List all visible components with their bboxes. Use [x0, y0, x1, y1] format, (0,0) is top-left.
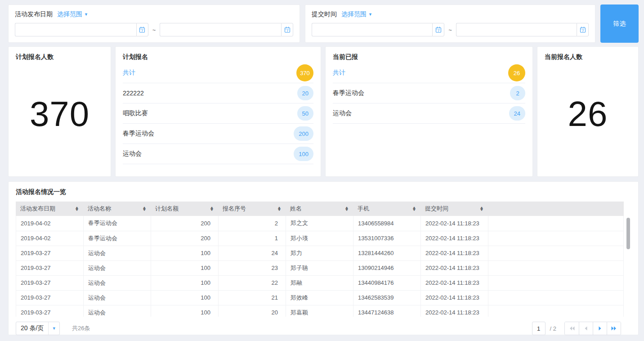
filter-bar: 活动发布日期 选择范围 ▼ 7 ~ — [8, 4, 639, 43]
count-badge: 2 — [510, 86, 525, 100]
prev-page-icon[interactable] — [579, 322, 593, 335]
date-range-separator: ~ — [448, 27, 452, 33]
column-header-activity-name[interactable]: 活动名称▲▼ — [83, 202, 151, 216]
calendar-icon[interactable]: 7 — [577, 23, 589, 36]
list-item-label: 运动会 — [333, 109, 352, 117]
first-page-icon[interactable] — [565, 322, 579, 335]
count-badge: 20 — [297, 86, 313, 100]
list-item: 春季运动会 200 — [123, 124, 313, 144]
current-count-card: 当前报名人数 26 — [537, 46, 639, 177]
count-badge: 24 — [509, 106, 525, 121]
total-badge: 370 — [296, 64, 313, 81]
planned-count-value: 370 — [9, 94, 111, 135]
list-item: 共计 370 — [123, 63, 313, 83]
planned-count-card: 计划报名人数 370 — [8, 46, 111, 177]
publish-date-range-link[interactable]: 选择范围 — [57, 10, 82, 18]
sort-icon[interactable]: ▲▼ — [277, 206, 281, 211]
count-badge: 100 — [294, 147, 313, 161]
list-item: 运动会 24 — [333, 103, 525, 124]
submit-time-range-link[interactable]: 选择范围 — [341, 10, 367, 18]
submit-time-end-input[interactable] — [456, 23, 577, 36]
column-header-signup-number[interactable]: 报名序号▲▼ — [218, 202, 286, 216]
table-row[interactable]: 2019-04-02春季运动会 2002 郑之文13406558984 2022… — [16, 216, 624, 231]
table-scrollbar[interactable] — [626, 217, 630, 316]
column-header-publish-date[interactable]: 活动发布日期▲▼ — [16, 202, 83, 216]
publish-date-end-input[interactable] — [160, 23, 281, 36]
table-title: 活动报名情况一览 — [16, 188, 631, 196]
table-body-clip: 2019-04-02春季运动会 2002 郑之文13406558984 2022… — [16, 216, 631, 317]
svg-text:7: 7 — [581, 29, 583, 33]
column-header-submit-time[interactable]: 提交时间▲▼ — [420, 202, 488, 216]
table-row[interactable]: 2019-03-27运动会 10020 郑嘉颖13447124638 2022-… — [16, 305, 624, 317]
column-header-name[interactable]: 姓名▲▼ — [286, 202, 353, 216]
page-size-select[interactable]: 20 条/页 ▼ — [16, 322, 60, 335]
table-row[interactable]: 2019-03-27运动会 10022 郑融13440984176 2022-0… — [16, 275, 624, 290]
list-item-label[interactable]: 共计 — [333, 69, 345, 77]
pagination-bar: 20 条/页 ▼ 共26条 / 2 — [16, 321, 631, 336]
column-header-planned-quota[interactable]: 计划名额▲▼ — [151, 202, 218, 216]
list-item-label: 222222 — [123, 90, 144, 97]
sort-icon[interactable]: ▲▼ — [210, 206, 214, 211]
table-row[interactable]: 2019-03-27运动会 10024 郑力13281444260 2022-0… — [16, 246, 624, 260]
calendar-icon[interactable]: 7 — [281, 23, 293, 36]
registration-table-panel: 活动报名情况一览 活动发布日期▲▼ 活动名称▲▼ 计划名额▲▼ 报名序号▲▼ 姓… — [8, 181, 639, 335]
list-item: 春季运动会 2 — [333, 83, 525, 103]
next-page-icon[interactable] — [593, 322, 607, 335]
submit-time-start-input[interactable] — [312, 23, 432, 36]
count-badge: 50 — [297, 106, 313, 121]
table-row[interactable]: 2019-03-27运动会 10021 郑效峰13462583539 2022-… — [16, 290, 624, 305]
publish-date-start-input[interactable] — [15, 23, 136, 36]
column-header-empty — [488, 202, 624, 216]
table-header: 活动发布日期▲▼ 活动名称▲▼ 计划名额▲▼ 报名序号▲▼ 姓名▲▼ 手机▲▼ … — [16, 202, 624, 216]
scrollbar-thumb[interactable] — [626, 218, 630, 249]
card-title: 当前报名人数 — [545, 53, 631, 61]
page-nav-group — [564, 322, 621, 335]
caret-down-icon: ▼ — [368, 12, 372, 17]
sort-icon[interactable]: ▲▼ — [345, 206, 349, 211]
date-range-separator: ~ — [152, 27, 156, 33]
list-item: 共计 26 — [333, 63, 525, 83]
list-item: 222222 20 — [123, 83, 313, 103]
last-page-icon[interactable] — [607, 322, 621, 335]
table-body: 2019-04-02春季运动会 2002 郑之文13406558984 2022… — [16, 216, 624, 317]
list-item: 运动会 100 — [123, 144, 313, 164]
list-item-label: 春季运动会 — [123, 130, 154, 138]
total-pages-text: / 2 — [550, 325, 556, 332]
table-wrap: 活动发布日期▲▼ 活动名称▲▼ 计划名额▲▼ 报名序号▲▼ 姓名▲▼ 手机▲▼ … — [16, 202, 631, 317]
sort-icon[interactable]: ▲▼ — [143, 206, 146, 211]
list-item-label[interactable]: 共计 — [123, 69, 135, 77]
planned-breakdown-card: 计划报名 共计 370 222222 20 唱歌比赛 50 春季运动会 200 … — [115, 46, 321, 177]
current-breakdown-card: 当前已报 共计 26 春季运动会 2 运动会 24 — [325, 46, 533, 177]
svg-text:7: 7 — [286, 29, 288, 33]
caret-down-icon: ▼ — [84, 12, 88, 17]
total-count-text: 共26条 — [72, 324, 90, 332]
svg-text:7: 7 — [438, 29, 439, 33]
calendar-icon[interactable]: 7 — [136, 23, 148, 36]
submit-time-filter-panel: 提交时间 选择范围 ▼ 7 ~ — [305, 4, 595, 43]
table-row[interactable]: 2019-04-02春季运动会 2001 郑小瑛13531007336 2022… — [16, 231, 624, 246]
sort-icon[interactable]: ▲▼ — [412, 206, 416, 211]
stat-cards-row: 计划报名人数 370 计划报名 共计 370 222222 20 唱歌比赛 50… — [8, 46, 639, 177]
list-item-label: 唱歌比赛 — [123, 109, 148, 117]
card-title: 当前已报 — [333, 53, 525, 61]
card-title: 计划报名 — [123, 53, 313, 61]
publish-date-label: 活动发布日期 — [15, 10, 53, 18]
publish-date-filter-panel: 活动发布日期 选择范围 ▼ 7 ~ — [8, 4, 300, 43]
sort-icon[interactable]: ▲▼ — [480, 206, 483, 211]
calendar-icon[interactable]: 7 — [432, 23, 444, 36]
total-badge: 26 — [508, 64, 525, 81]
list-item-label: 运动会 — [123, 150, 142, 158]
list-item: 唱歌比赛 50 — [123, 103, 313, 124]
submit-time-label: 提交时间 — [312, 10, 337, 18]
card-title: 计划报名人数 — [16, 53, 103, 61]
caret-down-icon: ▼ — [49, 326, 59, 331]
count-badge: 200 — [294, 126, 313, 141]
list-item-label: 春季运动会 — [333, 89, 364, 97]
current-count-value: 26 — [537, 94, 638, 135]
svg-text:7: 7 — [141, 29, 143, 33]
page-number-input[interactable] — [532, 322, 546, 335]
table-row[interactable]: 2019-03-27运动会 10023 郑子聃13090214946 2022-… — [16, 260, 624, 275]
filter-button[interactable]: 筛选 — [600, 4, 639, 43]
column-header-phone[interactable]: 手机▲▼ — [353, 202, 420, 216]
sort-icon[interactable]: ▲▼ — [75, 206, 79, 211]
